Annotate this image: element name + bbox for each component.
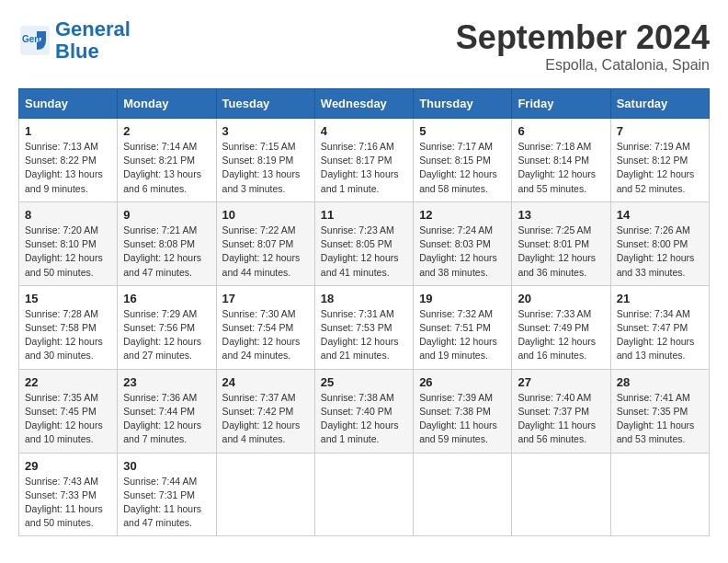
day-info: Sunrise: 7:13 AM Sunset: 8:22 PM Dayligh… [25, 140, 111, 196]
calendar-cell [216, 453, 314, 536]
calendar-cell: 20Sunrise: 7:33 AM Sunset: 7:49 PM Dayli… [512, 285, 610, 369]
calendar-cell [610, 453, 709, 536]
calendar-table: SundayMondayTuesdayWednesdayThursdayFrid… [18, 88, 710, 536]
calendar-cell: 3Sunrise: 7:15 AM Sunset: 8:19 PM Daylig… [216, 119, 314, 202]
day-number: 12 [419, 208, 506, 222]
day-number: 24 [222, 375, 309, 389]
calendar-cell: 17Sunrise: 7:30 AM Sunset: 7:54 PM Dayli… [216, 285, 314, 369]
day-number: 29 [25, 459, 111, 473]
title-block: September 2024 Espolla, Catalonia, Spain [456, 18, 710, 74]
day-info: Sunrise: 7:26 AM Sunset: 8:00 PM Dayligh… [617, 224, 703, 280]
day-number: 30 [123, 459, 210, 473]
day-info: Sunrise: 7:29 AM Sunset: 7:56 PM Dayligh… [123, 307, 210, 363]
calendar-cell: 7Sunrise: 7:19 AM Sunset: 8:12 PM Daylig… [610, 119, 709, 202]
calendar-cell: 15Sunrise: 7:28 AM Sunset: 7:58 PM Dayli… [19, 285, 118, 369]
calendar-cell: 13Sunrise: 7:25 AM Sunset: 8:01 PM Dayli… [512, 201, 610, 285]
day-number: 15 [25, 292, 111, 305]
day-number: 4 [321, 124, 407, 138]
calendar-cell: 2Sunrise: 7:14 AM Sunset: 8:21 PM Daylig… [118, 119, 216, 202]
day-number: 5 [419, 124, 506, 138]
day-number: 22 [25, 375, 111, 389]
day-number: 6 [518, 124, 604, 138]
day-number: 27 [518, 375, 604, 389]
week-row-5: 29Sunrise: 7:43 AM Sunset: 7:33 PM Dayli… [19, 453, 710, 536]
day-info: Sunrise: 7:15 AM Sunset: 8:19 PM Dayligh… [222, 140, 309, 196]
column-header-sunday: Sunday [19, 89, 118, 119]
column-header-thursday: Thursday [414, 89, 512, 119]
day-number: 28 [617, 375, 703, 389]
day-number: 3 [222, 124, 309, 138]
calendar-cell: 29Sunrise: 7:43 AM Sunset: 7:33 PM Dayli… [19, 453, 118, 536]
day-info: Sunrise: 7:20 AM Sunset: 8:10 PM Dayligh… [25, 224, 111, 280]
page-header: Gen General Blue September 2024 Espolla,… [18, 18, 710, 74]
calendar-cell: 12Sunrise: 7:24 AM Sunset: 8:03 PM Dayli… [414, 201, 512, 285]
day-number: 8 [25, 208, 111, 222]
calendar-cell: 25Sunrise: 7:38 AM Sunset: 7:40 PM Dayli… [314, 369, 413, 453]
day-info: Sunrise: 7:31 AM Sunset: 7:53 PM Dayligh… [321, 307, 407, 363]
day-info: Sunrise: 7:39 AM Sunset: 7:38 PM Dayligh… [419, 391, 506, 447]
calendar-header-row: SundayMondayTuesdayWednesdayThursdayFrid… [19, 89, 710, 119]
calendar-cell: 16Sunrise: 7:29 AM Sunset: 7:56 PM Dayli… [118, 285, 216, 369]
calendar-cell: 5Sunrise: 7:17 AM Sunset: 8:15 PM Daylig… [414, 119, 512, 202]
calendar-cell [512, 453, 610, 536]
calendar-cell [314, 453, 413, 536]
week-row-4: 22Sunrise: 7:35 AM Sunset: 7:45 PM Dayli… [19, 369, 710, 453]
calendar-cell: 10Sunrise: 7:22 AM Sunset: 8:07 PM Dayli… [216, 201, 314, 285]
day-number: 18 [321, 292, 407, 305]
calendar-cell: 4Sunrise: 7:16 AM Sunset: 8:17 PM Daylig… [314, 119, 413, 202]
calendar-cell: 26Sunrise: 7:39 AM Sunset: 7:38 PM Dayli… [414, 369, 512, 453]
calendar-cell: 23Sunrise: 7:36 AM Sunset: 7:44 PM Dayli… [118, 369, 216, 453]
day-number: 2 [123, 124, 210, 138]
day-info: Sunrise: 7:23 AM Sunset: 8:05 PM Dayligh… [321, 224, 407, 280]
calendar-cell: 28Sunrise: 7:41 AM Sunset: 7:35 PM Dayli… [610, 369, 709, 453]
day-info: Sunrise: 7:22 AM Sunset: 8:07 PM Dayligh… [222, 224, 309, 280]
day-info: Sunrise: 7:16 AM Sunset: 8:17 PM Dayligh… [321, 140, 407, 196]
day-number: 13 [518, 208, 604, 222]
day-number: 16 [123, 292, 210, 305]
day-info: Sunrise: 7:43 AM Sunset: 7:33 PM Dayligh… [25, 475, 111, 531]
day-info: Sunrise: 7:30 AM Sunset: 7:54 PM Dayligh… [222, 307, 309, 363]
month-title: September 2024 [456, 18, 710, 57]
day-number: 10 [222, 208, 309, 222]
calendar-cell: 21Sunrise: 7:34 AM Sunset: 7:47 PM Dayli… [610, 285, 709, 369]
day-info: Sunrise: 7:18 AM Sunset: 8:14 PM Dayligh… [518, 140, 604, 196]
day-info: Sunrise: 7:44 AM Sunset: 7:31 PM Dayligh… [123, 475, 210, 531]
day-info: Sunrise: 7:17 AM Sunset: 8:15 PM Dayligh… [419, 140, 506, 196]
location: Espolla, Catalonia, Spain [456, 57, 710, 74]
day-number: 1 [25, 124, 111, 138]
day-info: Sunrise: 7:35 AM Sunset: 7:45 PM Dayligh… [25, 391, 111, 447]
day-info: Sunrise: 7:34 AM Sunset: 7:47 PM Dayligh… [617, 307, 703, 363]
week-row-2: 8Sunrise: 7:20 AM Sunset: 8:10 PM Daylig… [19, 201, 710, 285]
day-number: 11 [321, 208, 407, 222]
day-number: 17 [222, 292, 309, 305]
column-header-tuesday: Tuesday [216, 89, 314, 119]
day-info: Sunrise: 7:33 AM Sunset: 7:49 PM Dayligh… [518, 307, 604, 363]
day-info: Sunrise: 7:19 AM Sunset: 8:12 PM Dayligh… [617, 140, 703, 196]
day-info: Sunrise: 7:24 AM Sunset: 8:03 PM Dayligh… [419, 224, 506, 280]
calendar-cell: 27Sunrise: 7:40 AM Sunset: 7:37 PM Dayli… [512, 369, 610, 453]
day-number: 20 [518, 292, 604, 305]
day-info: Sunrise: 7:37 AM Sunset: 7:42 PM Dayligh… [222, 391, 309, 447]
day-info: Sunrise: 7:28 AM Sunset: 7:58 PM Dayligh… [25, 307, 111, 363]
calendar-cell [414, 453, 512, 536]
calendar-cell: 22Sunrise: 7:35 AM Sunset: 7:45 PM Dayli… [19, 369, 118, 453]
calendar-cell: 14Sunrise: 7:26 AM Sunset: 8:00 PM Dayli… [610, 201, 709, 285]
calendar-cell: 9Sunrise: 7:21 AM Sunset: 8:08 PM Daylig… [118, 201, 216, 285]
column-header-friday: Friday [512, 89, 610, 119]
week-row-3: 15Sunrise: 7:28 AM Sunset: 7:58 PM Dayli… [19, 285, 710, 369]
calendar-cell: 18Sunrise: 7:31 AM Sunset: 7:53 PM Dayli… [314, 285, 413, 369]
logo: Gen General Blue [18, 18, 131, 63]
day-info: Sunrise: 7:38 AM Sunset: 7:40 PM Dayligh… [321, 391, 407, 447]
day-info: Sunrise: 7:25 AM Sunset: 8:01 PM Dayligh… [518, 224, 604, 280]
day-info: Sunrise: 7:36 AM Sunset: 7:44 PM Dayligh… [123, 391, 210, 447]
day-info: Sunrise: 7:32 AM Sunset: 7:51 PM Dayligh… [419, 307, 506, 363]
calendar-cell: 30Sunrise: 7:44 AM Sunset: 7:31 PM Dayli… [118, 453, 216, 536]
calendar-cell: 1Sunrise: 7:13 AM Sunset: 8:22 PM Daylig… [19, 119, 118, 202]
logo-icon: Gen [18, 24, 51, 57]
week-row-1: 1Sunrise: 7:13 AM Sunset: 8:22 PM Daylig… [19, 119, 710, 202]
day-number: 7 [617, 124, 703, 138]
day-number: 26 [419, 375, 506, 389]
calendar-cell: 24Sunrise: 7:37 AM Sunset: 7:42 PM Dayli… [216, 369, 314, 453]
day-number: 19 [419, 292, 506, 305]
calendar-cell: 11Sunrise: 7:23 AM Sunset: 8:05 PM Dayli… [314, 201, 413, 285]
